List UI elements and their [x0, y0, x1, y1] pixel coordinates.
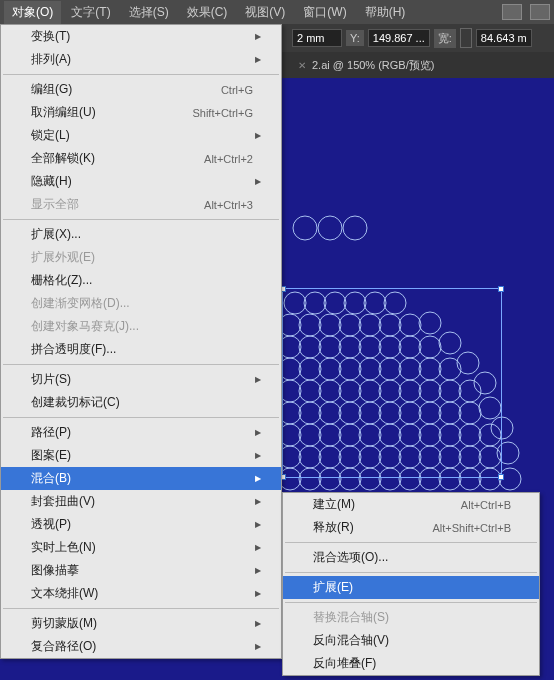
menu-object[interactable]: 对象(O): [4, 1, 61, 24]
menu-text[interactable]: 文字(T): [63, 1, 118, 24]
svg-point-0: [293, 216, 317, 240]
menu-separator: [285, 572, 537, 573]
menu-show-all: 显示全部Alt+Ctrl+3: [1, 193, 281, 216]
menu-hide[interactable]: 隐藏(H): [1, 170, 281, 193]
y-label: Y:: [346, 30, 364, 46]
menubar-tools: [502, 4, 550, 20]
menu-crop-marks[interactable]: 创建裁切标记(C): [1, 391, 281, 414]
y-value[interactable]: 149.867 ...: [368, 29, 430, 47]
menu-help[interactable]: 帮助(H): [357, 1, 414, 24]
menu-clipping-mask[interactable]: 剪切蒙版(M): [1, 612, 281, 635]
menu-perspective[interactable]: 透视(P): [1, 513, 281, 536]
menu-gradient-mesh: 创建渐变网格(D)...: [1, 292, 281, 315]
bridge-icon[interactable]: [502, 4, 522, 20]
menu-window[interactable]: 窗口(W): [295, 1, 354, 24]
submenu-reverse-front[interactable]: 反向堆叠(F): [283, 652, 539, 675]
tab-document[interactable]: ✕ 2.ai @ 150% (RGB/预览): [290, 54, 442, 77]
menu-separator: [3, 608, 279, 609]
object-menu: 变换(T) 排列(A) 编组(G)Ctrl+G 取消编组(U)Shift+Ctr…: [0, 24, 282, 659]
tab-title: 2.ai @ 150% (RGB/预览): [312, 58, 434, 73]
submenu-make[interactable]: 建立(M)Alt+Ctrl+B: [283, 493, 539, 516]
menu-unlock-all[interactable]: 全部解锁(K)Alt+Ctrl+2: [1, 147, 281, 170]
menu-expand[interactable]: 扩展(X)...: [1, 223, 281, 246]
arrange-docs-icon[interactable]: [530, 4, 550, 20]
menu-compound-path[interactable]: 复合路径(O): [1, 635, 281, 658]
svg-point-1: [318, 216, 342, 240]
close-icon[interactable]: ✕: [298, 60, 306, 71]
menu-mosaic: 创建对象马赛克(J)...: [1, 315, 281, 338]
menu-pattern[interactable]: 图案(E): [1, 444, 281, 467]
menu-blend[interactable]: 混合(B): [1, 467, 281, 490]
svg-point-2: [343, 216, 367, 240]
submenu-options[interactable]: 混合选项(O)...: [283, 546, 539, 569]
menu-separator: [285, 602, 537, 603]
handle-bottom-right[interactable]: [498, 474, 504, 480]
selection-bounds[interactable]: [282, 288, 502, 478]
menu-arrange[interactable]: 排列(A): [1, 48, 281, 71]
menu-separator: [3, 364, 279, 365]
handle-top-right[interactable]: [498, 286, 504, 292]
blend-submenu: 建立(M)Alt+Ctrl+B 释放(R)Alt+Shift+Ctrl+B 混合…: [282, 492, 540, 676]
menu-separator: [3, 219, 279, 220]
submenu-expand[interactable]: 扩展(E): [283, 576, 539, 599]
x-value[interactable]: 2 mm: [292, 29, 342, 47]
menu-lock[interactable]: 锁定(L): [1, 124, 281, 147]
menu-view[interactable]: 视图(V): [237, 1, 293, 24]
menu-rasterize[interactable]: 栅格化(Z)...: [1, 269, 281, 292]
width-label: 宽:: [434, 29, 456, 48]
menubar: 对象(O) 文字(T) 选择(S) 效果(C) 视图(V) 窗口(W) 帮助(H…: [0, 0, 554, 24]
menu-expand-appearance: 扩展外观(E): [1, 246, 281, 269]
menu-separator: [3, 417, 279, 418]
menu-transform[interactable]: 变换(T): [1, 25, 281, 48]
width-value[interactable]: 84.643 m: [476, 29, 532, 47]
menu-image-trace[interactable]: 图像描摹: [1, 559, 281, 582]
menu-effect[interactable]: 效果(C): [179, 1, 236, 24]
menu-flatten[interactable]: 拼合透明度(F)...: [1, 338, 281, 361]
menu-path[interactable]: 路径(P): [1, 421, 281, 444]
menu-live-paint[interactable]: 实时上色(N): [1, 536, 281, 559]
menu-envelope[interactable]: 封套扭曲(V): [1, 490, 281, 513]
menu-ungroup[interactable]: 取消编组(U)Shift+Ctrl+G: [1, 101, 281, 124]
submenu-replace-spine: 替换混合轴(S): [283, 606, 539, 629]
menu-separator: [285, 542, 537, 543]
menu-separator: [3, 74, 279, 75]
submenu-reverse-spine[interactable]: 反向混合轴(V): [283, 629, 539, 652]
submenu-release[interactable]: 释放(R)Alt+Shift+Ctrl+B: [283, 516, 539, 539]
menu-select[interactable]: 选择(S): [121, 1, 177, 24]
menu-group[interactable]: 编组(G)Ctrl+G: [1, 78, 281, 101]
chain-icon[interactable]: [460, 28, 472, 48]
menu-slice[interactable]: 切片(S): [1, 368, 281, 391]
menu-text-wrap[interactable]: 文本绕排(W): [1, 582, 281, 605]
